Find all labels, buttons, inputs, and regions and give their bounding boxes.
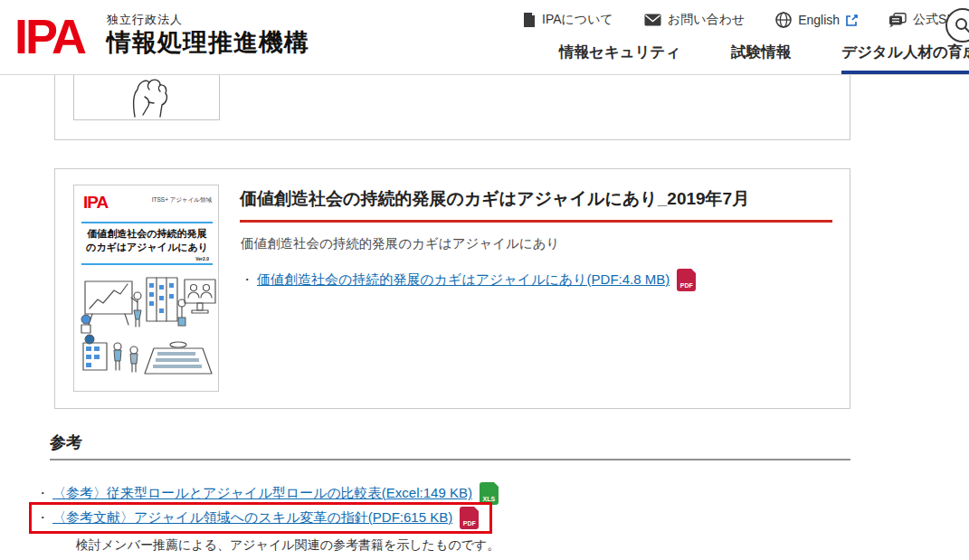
pdf-download-link[interactable]: 価値創造社会の持続的発展のカギはアジャイルにあり(PDF:4.8 MB) <box>257 271 670 289</box>
utility-nav: IPAについて お問い合わせ English <box>523 12 964 28</box>
search-button[interactable] <box>945 8 969 43</box>
cover-illustration <box>74 272 218 390</box>
cover-series-label: ITSS+ アジャイル領域 <box>152 196 212 204</box>
sns-icon <box>888 13 907 28</box>
nav-item-label: English <box>798 13 840 27</box>
nav-item-about-ipa[interactable]: IPAについて <box>523 12 613 28</box>
reference-link-row-pdf: ・ 〈参考文献〉アジャイル領域へのスキル変革の指針(PDF:615 KB) PD… <box>36 507 479 529</box>
mail-icon <box>644 14 661 26</box>
cover-rule-top <box>81 222 213 223</box>
cover-version: Ver2.0 <box>195 256 209 261</box>
list-bullet: ・ <box>36 486 49 502</box>
org-name-large: 情報処理推進機構 <box>107 28 309 57</box>
list-bullet: ・ <box>36 510 49 527</box>
reference-note: 検討メンバー推薦による、アジャイル関連の参考書籍を示したものです。 <box>76 537 499 554</box>
reference-section-heading: 参考 <box>50 432 82 453</box>
tab-information-security[interactable]: 情報セキュリティ <box>559 43 680 74</box>
pdf-file-icon: PDF <box>460 507 479 529</box>
ipa-logo[interactable]: IPA <box>14 9 84 63</box>
cover-ipa-logo: IPA <box>83 193 108 213</box>
globe-icon <box>775 12 792 28</box>
excel-download-link[interactable]: 〈参考〉従来型ロールとアジャイル型ロールの比較表(Excel:149 KB) <box>52 485 472 502</box>
document-icon <box>523 13 536 27</box>
nav-item-label: お問い合わせ <box>668 12 745 28</box>
cover-title: 価値創造社会の持続的発展 のカギはアジャイルにあり <box>74 227 219 254</box>
document-description: 価値創造社会の持続的発展のカギはアジャイルにあり <box>241 235 559 252</box>
list-bullet: ・ <box>241 272 253 289</box>
pdf-file-icon: PDF <box>677 269 696 291</box>
reference-heading-rule <box>50 459 850 460</box>
main-nav: 情報セキュリティ 試験情報 デジタル人材の育成 <box>559 43 969 74</box>
title-underline <box>240 220 832 223</box>
external-link-icon <box>846 14 858 26</box>
document-link-row: ・ 価値創造社会の持続的発展のカギはアジャイルにあり(PDF:4.8 MB) P… <box>241 269 696 291</box>
cover-rule-bottom <box>81 263 213 265</box>
fist-image-box <box>73 75 220 120</box>
nav-item-contact[interactable]: お問い合わせ <box>644 12 745 28</box>
org-name-small: 独立行政法人 <box>107 12 309 28</box>
partial-card <box>54 75 850 140</box>
site-header: IPA 独立行政法人 情報処理推進機構 IPAについて お問い合わせ <box>0 0 969 75</box>
org-name-block[interactable]: 独立行政法人 情報処理推進機構 <box>107 12 309 57</box>
nav-item-label: IPAについて <box>542 12 613 28</box>
reference-pdf-download-link[interactable]: 〈参考文献〉アジャイル領域へのスキル変革の指針(PDF:615 KB) <box>52 509 452 527</box>
highlighted-reference-box: ・ 〈参考文献〉アジャイル領域へのスキル変革の指針(PDF:615 KB) PD… <box>29 502 492 534</box>
pdf-cover-thumbnail[interactable]: IPA ITSS+ アジャイル領域 価値創造社会の持続的発展 のカギはアジャイル… <box>73 185 219 392</box>
tab-exam-information[interactable]: 試験情報 <box>731 43 791 74</box>
nav-item-english[interactable]: English <box>775 12 858 28</box>
tab-digital-human-resources[interactable]: デジタル人材の育成 <box>841 43 969 74</box>
fist-illustration <box>115 75 178 119</box>
document-title: 価値創造社会の持続的発展のカギはアジャイルにあり_2019年7月 <box>240 187 837 211</box>
search-icon <box>954 16 969 34</box>
document-card: IPA ITSS+ アジャイル領域 価値創造社会の持続的発展 のカギはアジャイル… <box>54 168 850 409</box>
